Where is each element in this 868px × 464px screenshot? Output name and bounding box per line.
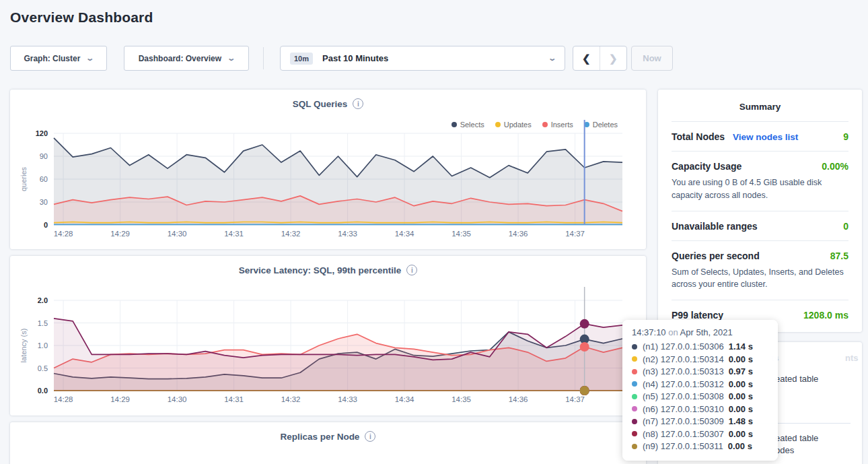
x-axis-tick: 14:29 [110,230,130,238]
x-axis-tick: 14:30 [168,395,187,403]
x-axis-tick: 14:28 [54,395,73,403]
tooltip-row: (n1) 127.0.0.1:503061.14 s [632,341,768,352]
time-range-badge: 10m [290,53,313,65]
x-axis-tick: 14:28 [54,230,73,238]
tooltip-node-label: (n2) 127.0.0.1:50314 [643,354,724,364]
sql-queries-card: SQL Queries i Selects Updates Inserts De… [10,90,646,249]
qps-desc: Sum of Selects, Updates, Inserts, and De… [672,266,848,292]
chevron-right-icon: ❯ [609,53,618,64]
chevron-down-icon: ⌄ [548,54,556,63]
crosshair-dot-(n3) 127.0.0.1:50313 [580,342,589,352]
x-axis-tick: 14:29 [110,395,130,403]
series-dot-icon [632,431,637,436]
tooltip-row: (n3) 127.0.0.1:503130.97 s [632,366,768,376]
tooltip-node-value: 0.00 s [729,379,753,389]
tooltip-row: (n4) 127.0.0.1:503120.00 s [632,379,768,389]
controls-divider [263,47,264,69]
now-button[interactable]: Now [631,46,673,71]
y-axis-label: queries [20,166,28,191]
overview-dashboard-page: Overview Dashboard Graph: Cluster ⌄ Dash… [0,0,868,464]
tooltip-row: (n9) 127.0.0.1:503110.00 s [632,441,768,451]
tooltip-timestamp: 14:37:10 on Apr 5th, 2021 [632,327,768,337]
event-item-fragment: eated table [775,433,818,443]
y-axis-tick: 1.5 [38,319,48,327]
x-axis-tick: 14:36 [509,395,528,403]
qps-value: 87.5 [830,251,848,261]
y-axis-tick: 90 [40,152,48,160]
x-axis-tick: 14:32 [281,395,301,403]
tooltip-node-value: 0.97 s [729,366,753,376]
capacity-usage-desc: You are using 0 B of 4.5 GiB usable disk… [672,176,848,202]
tooltip-node-value: 1.14 s [729,341,753,352]
x-axis-tick: 14:33 [338,395,357,403]
y-axis-tick: 1.0 [38,341,48,350]
service-latency-chart[interactable]: 0.00.51.01.52.014:2814:2914:3014:3114:32… [10,256,646,416]
x-axis-tick: 14:34 [395,395,414,403]
next-range-button[interactable]: ❯ [600,46,627,70]
summary-panel: Summary Total Nodes View nodes list 9 Ca… [658,90,862,332]
summary-row-total-nodes: Total Nodes View nodes list 9 [672,121,848,151]
series-dot-icon [632,381,637,387]
service-latency-card: Service Latency: SQL, 99th percentile i … [10,256,646,416]
series-dot-icon [632,369,637,374]
event-item-fragment: odes [775,445,794,455]
y-axis-label: latency (s) [20,329,28,363]
tooltip-node-label: (n4) 127.0.0.1:50312 [643,379,724,389]
x-axis-tick: 14:33 [338,230,357,238]
x-axis-tick: 14:32 [281,230,301,238]
view-nodes-list-link[interactable]: View nodes list [733,132,798,142]
prev-range-button[interactable]: ❮ [573,46,600,70]
tooltip-row: (n2) 127.0.0.1:503140.00 s [632,354,768,364]
tooltip-node-label: (n9) 127.0.0.1:50311 [643,441,723,451]
x-axis-tick: 14:37 [565,395,585,403]
tooltip-node-label: (n3) 127.0.0.1:50313 [643,366,724,376]
unavailable-ranges-value: 0 [843,221,848,232]
x-axis-tick: 14:35 [451,230,471,238]
graph-dropdown-label: Graph: Cluster [24,54,80,63]
tooltip-node-label: (n6) 127.0.0.1:50310 [643,404,724,414]
y-axis-tick: 30 [40,198,48,206]
y-axis-tick: 120 [36,129,48,137]
time-range-selector[interactable]: 10m Past 10 Minutes ⌄ [280,46,565,71]
graph-dropdown[interactable]: Graph: Cluster ⌄ [10,46,107,71]
series-dot-icon [632,444,637,449]
series-dot-icon [632,356,637,362]
x-axis-tick: 14:37 [565,230,585,238]
dashboard-dropdown-label: Dashboard: Overview [139,54,221,63]
chevron-left-icon: ❮ [582,53,591,64]
x-axis-tick: 14:36 [509,230,528,238]
page-title: Overview Dashboard [10,9,153,26]
y-axis-tick: 0 [44,221,48,229]
chart-hover-tooltip: 14:37:10 on Apr 5th, 2021 (n1) 127.0.0.1… [622,320,778,461]
x-axis-tick: 14:31 [224,230,244,238]
tooltip-node-label: (n8) 127.0.0.1:50307 [643,429,724,439]
tooltip-node-label: (n1) 127.0.0.1:50306 [643,341,724,352]
tooltip-row: (n7) 127.0.0.1:503091.48 s [632,416,768,426]
replicas-per-node-card: Replicas per Node i [10,422,646,464]
time-range-label: Past 10 Minutes [322,53,388,63]
chevron-down-icon: ⌄ [86,54,95,63]
tooltip-node-value: 0.00 s [729,429,753,439]
series-dot-icon [632,406,637,411]
total-nodes-value: 9 [843,131,848,142]
crosshair-dot-(n9) 127.0.0.1:50311 [580,386,589,395]
crosshair-dot-(n7) 127.0.0.1:50309 [580,319,589,329]
y-axis-tick: 2.0 [38,296,48,304]
p99-latency-value: 1208.0 ms [803,310,848,321]
series-dot-icon [632,394,637,399]
x-axis-tick: 14:34 [395,230,414,238]
chart-title: Replicas per Node [281,432,360,442]
series-dot-icon [632,344,637,350]
y-axis-tick: 60 [40,175,48,183]
info-icon[interactable]: i [365,431,375,442]
y-axis-tick: 0.5 [38,364,48,372]
summary-row-capacity: Capacity Usage 0.00% You are using 0 B o… [672,151,848,211]
series-dot-icon [632,419,637,424]
summary-title: Summary [672,102,848,121]
sql-queries-chart[interactable]: 030609012014:2814:2914:3014:3114:3214:33… [10,90,646,249]
x-axis-tick: 14:35 [451,395,471,403]
summary-row-qps: Queries per second 87.5 Sum of Selects, … [672,240,848,300]
tooltip-node-value: 0.00 s [729,391,753,401]
dashboard-dropdown[interactable]: Dashboard: Overview ⌄ [124,46,249,71]
tooltip-row: (n8) 127.0.0.1:503070.00 s [632,429,768,439]
